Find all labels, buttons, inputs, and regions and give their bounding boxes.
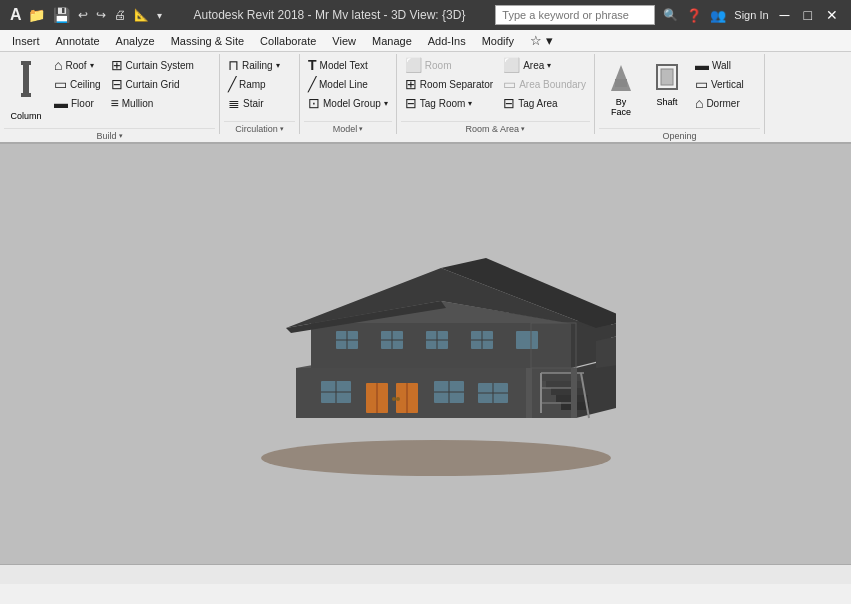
opening-col: ▬ Wall ▭ Vertical ⌂ Dormer	[691, 56, 748, 112]
build-group-top: Column ⌂ Roof ▾ ▭ Ceiling ▬ Floor	[4, 56, 215, 126]
build-group-chevron[interactable]: ▾	[119, 132, 123, 140]
opening-group-top: ByFace Shaft ▬ Wall	[599, 56, 760, 126]
shaft-label: Shaft	[656, 97, 677, 107]
menu-extra[interactable]: ☆ ▾	[522, 30, 561, 52]
ribbon: Column ⌂ Roof ▾ ▭ Ceiling ▬ Floor	[0, 52, 851, 144]
menu-addins[interactable]: Add-Ins	[420, 30, 474, 52]
stair-label: Stair	[243, 98, 264, 109]
building-viewport	[236, 223, 616, 485]
room-separator-button[interactable]: ⊞ Room Separator	[401, 75, 497, 93]
ceiling-button[interactable]: ▭ Ceiling	[50, 75, 105, 93]
menu-insert[interactable]: Insert	[4, 30, 48, 52]
vertical-label: Vertical	[711, 79, 744, 90]
ramp-button[interactable]: ╱ Ramp	[224, 75, 284, 93]
close-btn[interactable]: ✕	[823, 7, 841, 23]
app-title: Autodesk Revit 2018 - Mr Mv latest - 3D …	[194, 8, 466, 22]
qa-save-btn[interactable]: 💾	[51, 7, 72, 23]
tag-room-dropdown[interactable]: ▾	[468, 99, 472, 108]
qa-open-btn[interactable]: 📁	[26, 7, 47, 23]
by-face-icon	[607, 61, 635, 95]
qa-undo-btn[interactable]: ↩	[76, 8, 90, 22]
model-text-icon: T	[308, 57, 317, 73]
area-label: Area	[523, 60, 544, 71]
ribbon-content: Column ⌂ Roof ▾ ▭ Ceiling ▬ Floor	[0, 52, 851, 142]
qa-dropdown-btn[interactable]: ▾	[155, 10, 164, 21]
column-icon	[11, 61, 41, 109]
mullion-label: Mullion	[122, 98, 154, 109]
menu-analyze[interactable]: Analyze	[108, 30, 163, 52]
svg-rect-0	[21, 61, 31, 65]
curtain-grid-label: Curtain Grid	[126, 79, 180, 90]
model-text-button[interactable]: T Model Text	[304, 56, 392, 74]
minimize-btn[interactable]: ─	[777, 7, 793, 23]
status-bar	[0, 564, 851, 584]
area-boundary-button: ▭ Area Boundary	[499, 75, 590, 93]
tag-area-icon: ⊟	[503, 95, 515, 111]
dormer-label: Dormer	[706, 98, 739, 109]
circulation-group-chevron[interactable]: ▾	[280, 125, 284, 133]
menu-massing-site[interactable]: Massing & Site	[163, 30, 252, 52]
roof-dropdown[interactable]: ▾	[90, 61, 94, 70]
column-button[interactable]: Column	[4, 56, 48, 126]
qa-measure-btn[interactable]: 📐	[132, 8, 151, 22]
model-group-button[interactable]: ⊡ Model Group ▾	[304, 94, 392, 112]
community-icon[interactable]: 👥	[710, 8, 726, 23]
tag-room-label: Tag Room	[420, 98, 466, 109]
model-group-dropdown[interactable]: ▾	[384, 99, 388, 108]
dormer-icon: ⌂	[695, 95, 703, 111]
circulation-group-label: Circulation ▾	[224, 121, 295, 134]
menu-modify[interactable]: Modify	[474, 30, 522, 52]
dormer-button[interactable]: ⌂ Dormer	[691, 94, 748, 112]
menu-view[interactable]: View	[324, 30, 364, 52]
mullion-button[interactable]: ≡ Mullion	[107, 94, 198, 112]
stair-button[interactable]: ≣ Stair	[224, 94, 284, 112]
curtain-system-label: Curtain System	[126, 60, 194, 71]
curtain-grid-button[interactable]: ⊟ Curtain Grid	[107, 75, 198, 93]
shaft-icon	[653, 61, 681, 95]
keyword-search[interactable]	[495, 5, 655, 25]
maximize-btn[interactable]: □	[801, 7, 815, 23]
svg-point-37	[396, 397, 400, 401]
railing-button[interactable]: ⊓ Railing ▾	[224, 56, 284, 74]
model-group-chevron[interactable]: ▾	[359, 125, 363, 133]
area-boundary-icon: ▭	[503, 76, 516, 92]
tag-room-button[interactable]: ⊟ Tag Room ▾	[401, 94, 497, 112]
help-icon[interactable]: ❓	[686, 8, 702, 23]
qa-print-btn[interactable]: 🖨	[112, 8, 128, 22]
floor-label: Floor	[71, 98, 94, 109]
ceiling-label: Ceiling	[70, 79, 101, 90]
area-button[interactable]: ⬜ Area ▾	[499, 56, 590, 74]
menu-collaborate[interactable]: Collaborate	[252, 30, 324, 52]
room-icon: ⬜	[405, 57, 422, 73]
area-dropdown[interactable]: ▾	[547, 61, 551, 70]
menu-manage[interactable]: Manage	[364, 30, 420, 52]
title-bar: A 📁 💾 ↩ ↪ 🖨 📐 ▾ Autodesk Revit 2018 - Mr…	[0, 0, 851, 30]
railing-dropdown[interactable]: ▾	[276, 61, 280, 70]
railing-label: Railing	[242, 60, 273, 71]
wall-opening-button[interactable]: ▬ Wall	[691, 56, 748, 74]
by-face-button[interactable]: ByFace	[599, 56, 643, 126]
circulation-col: ⊓ Railing ▾ ╱ Ramp ≣ Stair	[224, 56, 284, 112]
floor-icon: ▬	[54, 95, 68, 111]
signin-btn[interactable]: Sign In	[734, 9, 768, 21]
svg-point-36	[392, 397, 396, 401]
railing-icon: ⊓	[228, 57, 239, 73]
build-col1: ⌂ Roof ▾ ▭ Ceiling ▬ Floor	[50, 56, 105, 112]
model-group-top: T Model Text ╱ Model Line ⊡ Model Group …	[304, 56, 392, 119]
roof-button[interactable]: ⌂ Roof ▾	[50, 56, 105, 74]
room-area-group-chevron[interactable]: ▾	[521, 125, 525, 133]
build-col2: ⊞ Curtain System ⊟ Curtain Grid ≡ Mullio…	[107, 56, 198, 112]
shaft-button[interactable]: Shaft	[645, 56, 689, 126]
stair-icon: ≣	[228, 95, 240, 111]
title-bar-right: 🔍 ❓ 👥 Sign In ─ □ ✕	[495, 5, 841, 25]
canvas-area	[0, 144, 851, 564]
menu-annotate[interactable]: Annotate	[48, 30, 108, 52]
model-line-button[interactable]: ╱ Model Line	[304, 75, 392, 93]
qa-redo-btn[interactable]: ↪	[94, 8, 108, 22]
tag-area-button[interactable]: ⊟ Tag Area	[499, 94, 590, 112]
curtain-system-button[interactable]: ⊞ Curtain System	[107, 56, 198, 74]
floor-button[interactable]: ▬ Floor	[50, 94, 105, 112]
circulation-group: ⊓ Railing ▾ ╱ Ramp ≣ Stair Circulation	[220, 54, 300, 134]
vertical-button[interactable]: ▭ Vertical	[691, 75, 748, 93]
wall-icon: ▬	[695, 57, 709, 73]
